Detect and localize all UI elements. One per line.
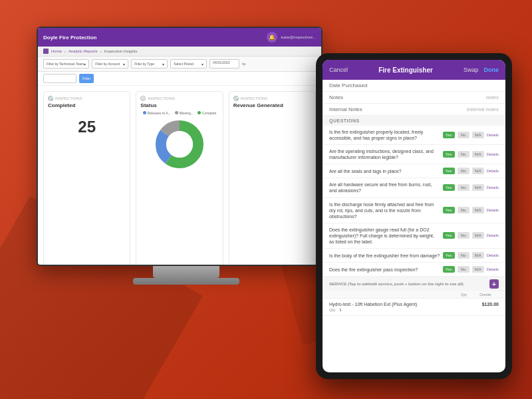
add-service-button[interactable]: + (489, 279, 499, 289)
q2-no-button[interactable]: No (458, 151, 469, 158)
status-chart-area: Releases to A... Missing... Complete (140, 111, 218, 171)
service-name-1: Hydro-test - 10ft Habetion Ext (Plus Age… (329, 302, 417, 307)
services-header: SERVICE (Tap to add/edit service, push +… (323, 277, 505, 291)
q1-details-link[interactable]: Details (487, 133, 499, 137)
q8-na-button[interactable]: N/A (472, 266, 484, 273)
q2-yes-button[interactable]: Yes (443, 151, 455, 158)
revenue-sublabel: INSPECTIONS (241, 96, 268, 100)
q8-yes-button[interactable]: Yes (443, 266, 455, 273)
revenue-card: 🔍 INSPECTIONS Revenue Generated (229, 91, 316, 266)
service-item-header-1: Hydro-test - 10ft Habetion Ext (Plus Age… (329, 302, 499, 307)
swap-button[interactable]: Swap (464, 66, 479, 73)
to-label: to (242, 62, 245, 66)
donut-chart (153, 118, 206, 171)
breadcrumb-home[interactable]: Home (51, 49, 62, 53)
q1-yes-button[interactable]: Yes (443, 132, 455, 138)
tablet-device: Cancel Fire Extinguisher Swap Done Date … (316, 53, 512, 379)
tablet-screen: Cancel Fire Extinguisher Swap Done Date … (323, 60, 505, 372)
service-price-1: $120.00 (482, 302, 499, 307)
q5-yes-button[interactable]: Yes (443, 207, 455, 213)
breadcrumb-analytic[interactable]: Analytic Reports (68, 49, 98, 53)
q6-yes-button[interactable]: Yes (443, 232, 455, 239)
notification-bell-icon[interactable]: 🔔 (267, 32, 277, 43)
q7-na-button[interactable]: N/A (472, 252, 484, 259)
question-row-7: Is the body of the fire extinguisher fre… (323, 249, 505, 263)
breadcrumb-current: Inspection Insights (104, 49, 138, 53)
q3-yes-button[interactable]: Yes (443, 168, 455, 174)
service-sub-1: Qty 1 (329, 308, 499, 312)
internal-notes-label: Internal Notes (329, 106, 467, 112)
monitor-base (133, 278, 239, 285)
q5-na-button[interactable]: N/A (472, 207, 484, 213)
q8-details-link[interactable]: Details (487, 267, 499, 271)
chart-legend: Releases to A... Missing... Complete (143, 111, 217, 115)
question-text-2: Are the operating instructions, designed… (329, 148, 440, 160)
questions-header: QUESTIONS (323, 116, 505, 126)
completed-value: 25 (48, 111, 126, 143)
legend-green: Complete (198, 111, 216, 115)
q5-details-link[interactable]: Details (487, 208, 499, 212)
search-input[interactable] (43, 74, 76, 83)
date-input[interactable]: 04/31/2023 (209, 59, 239, 68)
revenue-title: Revenue Generated (233, 102, 311, 108)
q3-no-button[interactable]: No (458, 168, 469, 174)
service-item-1[interactable]: Hydro-test - 10ft Habetion Ext (Plus Age… (323, 299, 505, 316)
svg-point-3 (166, 131, 193, 158)
completed-card: 🔍 INSPECTIONS Completed 25 (43, 91, 130, 266)
q5-no-button[interactable]: No (458, 207, 469, 213)
field-internal-notes[interactable]: Internal Notes internal notes (323, 104, 505, 116)
tablet-navbar: Cancel Fire Extinguisher Swap Done (323, 60, 505, 80)
tablet-title: Fire Extinguisher (378, 66, 433, 74)
q7-details-link[interactable]: Details (487, 253, 499, 257)
q4-no-button[interactable]: No (458, 184, 469, 191)
status-title: Status (140, 102, 218, 108)
q4-details-link[interactable]: Details (487, 186, 499, 190)
tablet-content: Date Purchased Notes notes Internal Note… (323, 80, 505, 372)
q4-yes-button[interactable]: Yes (443, 184, 455, 191)
home-icon[interactable] (43, 49, 49, 54)
monitor-screen: Doyle Fire Protection 🔔 katie@inspection… (37, 27, 323, 266)
q7-yes-button[interactable]: Yes (443, 252, 455, 259)
breadcrumb-sep2: › (100, 49, 102, 53)
q6-no-button[interactable]: No (458, 232, 469, 239)
navbar-right: 🔔 katie@inspectiont... (267, 32, 316, 43)
question-text-8: Does the fire extinguisher pass inspecti… (329, 267, 440, 273)
question-text-7: Is the body of the fire extinguisher fre… (329, 253, 440, 259)
q4-na-button[interactable]: N/A (472, 184, 484, 191)
services-header-text: SERVICE (Tap to add/edit service, push +… (329, 282, 464, 286)
notes-label: Notes (329, 94, 485, 100)
notes-value: notes (485, 94, 499, 100)
date-purchased-label: Date Purchased (329, 82, 499, 88)
internal-notes-value: internal notes (467, 106, 499, 112)
done-button[interactable]: Done (484, 66, 499, 73)
question-row-1: Is the fire extinguisher properly locate… (323, 126, 505, 145)
select-period-select[interactable]: Select Period ▾ (170, 59, 207, 68)
completed-title: Completed (48, 102, 126, 108)
field-date-purchased: Date Purchased (323, 80, 505, 92)
q2-na-button[interactable]: N/A (472, 151, 484, 158)
filter-button[interactable]: Filter (79, 74, 94, 83)
q1-no-button[interactable]: No (458, 132, 469, 138)
search-row: Filter (38, 72, 321, 86)
status-sublabel: INSPECTIONS (148, 96, 175, 100)
service-col-headers: Qty Onsite (323, 291, 505, 299)
filter-account-select[interactable]: Filter by Account ▾ (92, 59, 128, 68)
q3-details-link[interactable]: Details (487, 169, 499, 173)
service-qty-value: 1 (339, 308, 341, 312)
completed-sublabel: INSPECTIONS (55, 96, 82, 100)
q6-na-button[interactable]: N/A (472, 232, 484, 239)
question-row-3: Are all the seals and tags in place? Yes… (323, 164, 505, 178)
filter-type-select[interactable]: Filter by Type ▾ (131, 59, 168, 68)
cancel-button[interactable]: Cancel (329, 66, 348, 73)
question-row-4: Are all hardware secure and free from bu… (323, 178, 505, 198)
q1-na-button[interactable]: N/A (472, 132, 484, 138)
q2-details-link[interactable]: Details (487, 152, 499, 156)
q6-details-link[interactable]: Details (487, 233, 499, 237)
field-notes[interactable]: Notes notes (323, 92, 505, 104)
q3-na-button[interactable]: N/A (472, 168, 484, 174)
filter-team-select[interactable]: Filter by Technician Team ▾ (43, 59, 89, 68)
q7-no-button[interactable]: No (458, 252, 469, 259)
q8-no-button[interactable]: No (458, 266, 469, 273)
question-text-1: Is the fire extinguisher properly locate… (329, 129, 440, 141)
app-navbar: Doyle Fire Protection 🔔 katie@inspection… (38, 28, 321, 47)
